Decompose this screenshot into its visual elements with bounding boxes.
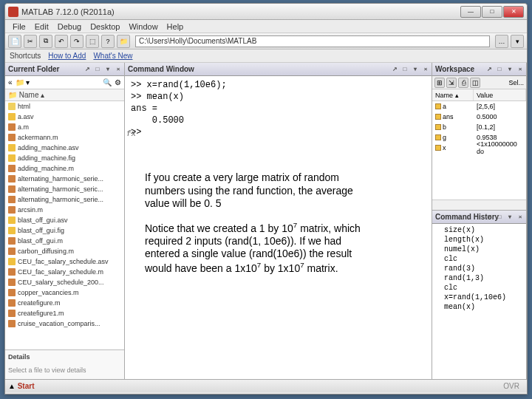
shortcuts-howto[interactable]: How to Add (48, 52, 86, 60)
browse-icon[interactable]: … (495, 35, 508, 48)
file-list[interactable]: htmla.asva.mackermann.madding_machine.as… (5, 101, 124, 349)
list-item[interactable]: createfigure.m (5, 298, 124, 308)
list-item[interactable]: ackermann.m (5, 132, 124, 143)
folder-select-icon[interactable]: 📁 ▾ (16, 78, 30, 86)
list-item[interactable]: adding_machine.asv (5, 143, 124, 153)
panel-close-icon[interactable]: × (114, 65, 123, 74)
history-item[interactable]: size(x) (435, 225, 523, 235)
cw-max-icon[interactable]: □ (400, 65, 409, 74)
history-item[interactable]: numel(x) (435, 245, 523, 254)
menu-window[interactable]: Window (124, 22, 162, 31)
folder-back-icon[interactable]: « (8, 78, 13, 86)
list-item[interactable]: arcsin.m (5, 205, 124, 215)
table-row[interactable]: ans0.5000 (432, 112, 526, 122)
ws-col-name[interactable]: Name ▴ (432, 89, 474, 100)
menu-edit[interactable]: Edit (30, 22, 53, 31)
file-icon (8, 206, 16, 214)
new-icon[interactable]: 📄 (8, 35, 21, 48)
list-item[interactable]: createfigure1.m (5, 308, 124, 318)
ws-max-icon[interactable]: □ (495, 65, 504, 74)
command-window-title[interactable]: Command Window ↗ □ ▾ × (125, 63, 432, 76)
menu-desktop[interactable]: Desktop (86, 22, 124, 31)
start-icon[interactable]: ▲ (8, 382, 16, 390)
ws-menu-icon[interactable]: ▾ (505, 65, 514, 74)
history-item[interactable]: x=rand(1,10e6) (435, 293, 523, 302)
simulink-icon[interactable]: ⬚ (86, 35, 99, 48)
history-item[interactable]: clc (435, 254, 523, 264)
list-item[interactable]: carbon_diffusing.m (5, 246, 124, 256)
ws-plot-icon[interactable]: ◫ (470, 78, 480, 88)
list-item[interactable]: blast_off_gui.asv (5, 215, 124, 225)
redo-icon[interactable]: ↷ (70, 35, 83, 48)
start-button[interactable]: Start (18, 382, 35, 390)
folder-icon[interactable]: 📁 (117, 35, 130, 48)
list-item[interactable]: a.m (5, 122, 124, 132)
list-item[interactable]: adding_machine.m (5, 163, 124, 174)
menu-debug[interactable]: Debug (53, 22, 86, 31)
cw-close-icon[interactable]: × (421, 65, 430, 74)
ch-menu-icon[interactable]: ▾ (505, 213, 514, 222)
path-input[interactable]: C:\Users\Holly\Documents\MATLAB (135, 35, 490, 47)
fx-icon[interactable]: fx (126, 129, 136, 138)
history-item[interactable]: mean(x) (435, 302, 523, 312)
list-item[interactable]: blast_off_gui.m (5, 236, 124, 246)
ws-import-icon[interactable]: ⇲ (446, 78, 457, 88)
ch-max-icon[interactable]: □ (495, 213, 504, 222)
list-item[interactable]: copper_vacancies.m (5, 287, 124, 298)
cut-icon[interactable]: ✂ (24, 35, 37, 48)
list-item[interactable]: CEU_salary_schedule_200... (5, 277, 124, 287)
list-item[interactable]: a.asv (5, 112, 124, 122)
help-icon[interactable]: ? (101, 35, 115, 48)
folder-gear-icon[interactable]: ⚙ (115, 78, 121, 86)
ch-undock-icon[interactable]: ↗ (485, 213, 494, 222)
folder-search-icon[interactable]: 🔍 (103, 78, 112, 86)
table-row[interactable]: b[0.1,2] (432, 122, 526, 132)
ws-select-button[interactable]: Sel... (508, 79, 524, 86)
file-name-header[interactable]: 📁 Name ▴ (5, 89, 124, 101)
command-history-title[interactable]: Command History ↗ □ ▾ × (432, 211, 526, 224)
panel-max-icon[interactable]: □ (93, 65, 102, 74)
undo-icon[interactable]: ↶ (55, 35, 68, 48)
shortcuts-whatsnew[interactable]: What's New (93, 52, 132, 60)
list-item[interactable]: CEU_fac_salary_schedule.m (5, 267, 124, 277)
table-row[interactable]: a[2,5,6] (432, 101, 526, 112)
copy-icon[interactable]: ⧉ (39, 35, 52, 48)
ch-close-icon[interactable]: × (516, 213, 525, 222)
maximize-button[interactable]: □ (482, 6, 502, 18)
list-item[interactable]: cruise_vacation_comparis... (5, 318, 124, 329)
list-item[interactable]: html (5, 101, 124, 112)
ws-col-value[interactable]: Value (474, 89, 526, 100)
history-item[interactable]: length(x) (435, 235, 523, 245)
close-button[interactable]: ✕ (503, 6, 524, 18)
path-dropdown-icon[interactable]: ▾ (511, 35, 524, 48)
workspace-table[interactable]: Name ▴ Value a[2,5,6]ans0.5000b[0.1,2]g0… (432, 89, 526, 200)
ws-scrollbar[interactable] (432, 200, 526, 210)
list-item[interactable]: blast_off_gui.fig (5, 225, 124, 236)
history-item[interactable]: rand(3) (435, 264, 523, 273)
cw-prompt[interactable]: >> (131, 126, 426, 138)
cw-menu-icon[interactable]: ▾ (411, 65, 420, 74)
current-folder-title[interactable]: Current Folder ↗ □ ▾ × (5, 63, 124, 76)
titlebar[interactable]: MATLAB 7.12.0 (R2011a) — □ ✕ (5, 4, 527, 20)
file-icon (8, 165, 16, 172)
ws-new-icon[interactable]: ⊞ (434, 78, 445, 88)
list-item[interactable]: CEU_fac_salary_schedule.asv (5, 256, 124, 267)
menu-help[interactable]: Help (163, 22, 188, 31)
ws-close-icon[interactable]: × (516, 65, 525, 74)
minimize-button[interactable]: — (460, 6, 481, 18)
menu-file[interactable]: File (8, 22, 30, 31)
ws-undock-icon[interactable]: ↗ (485, 65, 494, 74)
list-item[interactable]: alternating_harmonic_serie... (5, 194, 124, 205)
list-item[interactable]: alternating_harmonic_seric... (5, 184, 124, 194)
history-list[interactable]: size(x) length(x) numel(x) clc rand(3) r… (432, 224, 526, 379)
history-item[interactable]: rand(1,3) (435, 273, 523, 283)
panel-undock-icon[interactable]: ↗ (83, 65, 92, 74)
cw-undock-icon[interactable]: ↗ (390, 65, 399, 74)
workspace-title[interactable]: Workspace ↗ □ ▾ × (432, 63, 526, 76)
history-item[interactable]: clc (435, 283, 523, 293)
table-row[interactable]: x<1x10000000 do (432, 143, 526, 153)
list-item[interactable]: adding_machine.fig (5, 153, 124, 163)
list-item[interactable]: alternating_harmonic_serie... (5, 174, 124, 184)
panel-menu-icon[interactable]: ▾ (103, 65, 112, 74)
ws-print-icon[interactable]: ⎙ (458, 78, 468, 88)
